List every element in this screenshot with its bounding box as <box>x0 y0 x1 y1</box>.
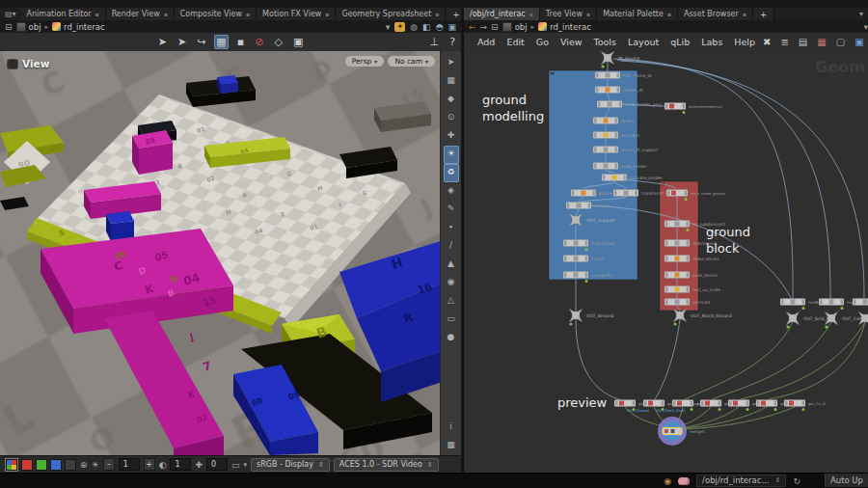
pin-pane-icon[interactable]: ⊟ <box>5 22 13 32</box>
snap-icon[interactable]: ◇ <box>272 35 284 49</box>
breadcrumb-root-label[interactable]: obj <box>515 22 528 32</box>
uv-view-icon[interactable]: ▭ <box>444 311 459 329</box>
pivot-icon[interactable]: ⊙ <box>444 109 459 127</box>
viewport-canvas[interactable]: CDE1513JT30RL60O 01KJGHB02A03E01IG04H C0… <box>0 51 440 455</box>
node-facet1[interactable]: facet1 <box>593 118 635 124</box>
list-view-icon[interactable]: ▤ <box>797 35 809 49</box>
background-icon[interactable]: ● <box>444 329 459 347</box>
view-transform-select[interactable]: ACES 1.0 - SDR Video⇕ <box>334 458 439 472</box>
display-options-dropdown-icon[interactable]: ▾ <box>244 461 248 469</box>
breadcrumb-node[interactable]: rd_interac <box>538 22 591 32</box>
node-item[interactable] <box>853 299 868 306</box>
inspect-pixel-icon[interactable]: ⊕ <box>80 460 88 470</box>
filter-icon[interactable]: ◍ <box>410 22 418 32</box>
tabbar-dropdown-icon[interactable]: ▾ <box>859 10 863 18</box>
breadcrumb-node-label[interactable]: rd_interac <box>550 22 591 32</box>
menu-qlib[interactable]: qLib <box>665 37 695 47</box>
node-vertical1[interactable]: vertical1 <box>665 299 711 306</box>
offset-icon[interactable]: ✚ <box>195 460 203 470</box>
hierarchy-icon[interactable]: ≣ <box>778 35 790 49</box>
node-revert-fit-support[interactable]: revert_fit_support <box>593 147 658 154</box>
tab-render-view[interactable]: Render View▪ <box>106 8 175 20</box>
back-button[interactable]: ← <box>469 22 476 32</box>
menu-view[interactable]: View <box>555 37 588 47</box>
exposure-value[interactable]: 1 <box>119 458 140 471</box>
no-live-updates-icon[interactable]: ⊘ <box>253 35 265 49</box>
node-make-blocks[interactable]: make_blocks <box>665 256 719 263</box>
link-pane-icon[interactable]: ◧ <box>422 22 431 32</box>
menu-add[interactable]: Add <box>472 37 501 47</box>
tab-tree-view[interactable]: Tree View▪ <box>540 8 597 20</box>
tab-obj-rd-interac[interactable]: /obj/rd_interac▪ <box>464 8 540 20</box>
node-merge1[interactable]: merge1 <box>566 203 610 209</box>
node-extrude1[interactable]: extrude1 <box>593 132 640 139</box>
refresh-icon[interactable]: ↻ <box>793 476 800 486</box>
node-get-col-b[interactable]: get_Col_B <box>784 400 826 412</box>
path-dropdown-icon[interactable]: ▾ <box>863 22 868 32</box>
channel-swatch-1[interactable] <box>36 459 47 471</box>
tab-close-icon[interactable]: ▪ <box>246 11 250 17</box>
current-path-field[interactable]: /obj/rd_interac... ⇕ <box>696 474 786 487</box>
node-keep-border-poly[interactable]: keep_border_poly <box>597 101 662 109</box>
3d-viewport[interactable]: CDE1513JT30RL60O 01KJGHB02A03E01IG04H C0… <box>0 51 461 455</box>
tab-asset-browser[interactable]: Asset Browser▪ <box>678 8 753 20</box>
wireframe-icon[interactable]: / <box>444 237 459 256</box>
network-canvas[interactable]: Geom IN_Sourcefirst_frame_dtisolate_dtke… <box>464 51 868 473</box>
help-context-icon[interactable]: ? <box>448 35 457 49</box>
tab-composite-view[interactable]: Composite View▪ <box>175 8 257 20</box>
grid-toggle-icon[interactable]: ▢ <box>834 35 847 49</box>
points-display-icon[interactable]: ∙ <box>444 219 459 237</box>
grid-display-icon[interactable]: ▦ <box>444 437 459 455</box>
annotate-icon[interactable]: ✎ <box>444 201 459 219</box>
pin-pane-icon[interactable]: ⊟ <box>491 22 499 32</box>
channel-swatch-0[interactable] <box>21 459 33 471</box>
node-null7[interactable]: null7 <box>819 299 857 311</box>
material-shade-icon[interactable]: ◈ <box>444 182 459 201</box>
tab-close-icon[interactable]: ▪ <box>586 11 590 17</box>
menu-tools[interactable]: Tools <box>588 37 622 47</box>
tab-close-icon[interactable]: ▪ <box>95 11 99 17</box>
tpose-icon[interactable]: ⊥ <box>428 35 442 49</box>
node-wireframematerial1[interactable]: wireframematerial1 <box>665 103 723 115</box>
node-activate-border[interactable]: activate_border <box>602 175 663 182</box>
menu-help[interactable]: Help <box>728 37 761 47</box>
perspective-selector[interactable]: Persp▾ <box>345 56 385 67</box>
prim-normals-icon[interactable]: △ <box>444 292 459 311</box>
node-merge1[interactable]: merge1 <box>658 417 706 446</box>
tab-close-icon[interactable]: ▪ <box>325 11 329 17</box>
menu-layout[interactable]: Layout <box>622 37 665 47</box>
tab-close-icon[interactable]: ▪ <box>164 11 168 17</box>
secure-selection-icon[interactable]: ▦ <box>214 35 228 49</box>
camera-selector[interactable]: No cam▾ <box>388 56 435 67</box>
forward-button[interactable]: → <box>480 22 488 32</box>
tools-icon[interactable]: ✖ <box>761 35 773 49</box>
node-uvexport1[interactable]: uvexport1 <box>563 272 612 284</box>
breadcrumb-obj[interactable]: obj <box>16 22 41 32</box>
tab-motion-fx-view[interactable]: Motion FX View▪ <box>257 8 336 20</box>
lighting-icon[interactable]: ☀ <box>444 146 459 164</box>
snapshot-icon[interactable]: ▣ <box>853 35 865 49</box>
channel-swatch-3[interactable] <box>65 459 76 471</box>
node-color2[interactable]: color2 <box>563 256 605 262</box>
snapshot-highlight-icon[interactable]: ✦ <box>394 22 405 32</box>
node-first-frame-dt[interactable]: first_frame_dt <box>595 72 652 80</box>
breadcrumb-node[interactable]: rd_interac <box>52 22 105 32</box>
tab-animation-editor[interactable]: Animation Editor▪ <box>21 8 106 20</box>
channel-swatch-2[interactable] <box>50 459 62 471</box>
color-correction-swatch[interactable] <box>6 459 17 471</box>
node-test-uv-scale[interactable]: test_uv_scale <box>665 286 720 294</box>
add-view-icon[interactable]: ✚ <box>444 127 459 146</box>
network-annotation-ground-block[interactable]: groundblock <box>706 225 750 256</box>
camera-lock-icon[interactable]: ▣ <box>291 35 305 49</box>
pane-snapshot-icon[interactable]: ▣ <box>448 22 456 32</box>
node-out-block-ground[interactable]: OUT_Block_Ground <box>673 309 732 326</box>
auto-refine-icon[interactable]: ♻ <box>444 164 459 182</box>
new-tab-button[interactable]: + <box>446 8 461 20</box>
info-icon[interactable]: i <box>444 419 459 437</box>
tab-material-palette[interactable]: Material Palette▪ <box>597 8 678 20</box>
snapshot-view-icon[interactable]: ◉ <box>444 274 459 292</box>
select-parts-icon[interactable]: ➤ <box>176 35 188 49</box>
node-isolate-dt[interactable]: isolate_dt <box>595 87 643 95</box>
tab-close-icon[interactable]: ▪ <box>435 11 439 17</box>
breadcrumb-root-label[interactable]: obj <box>29 22 41 32</box>
